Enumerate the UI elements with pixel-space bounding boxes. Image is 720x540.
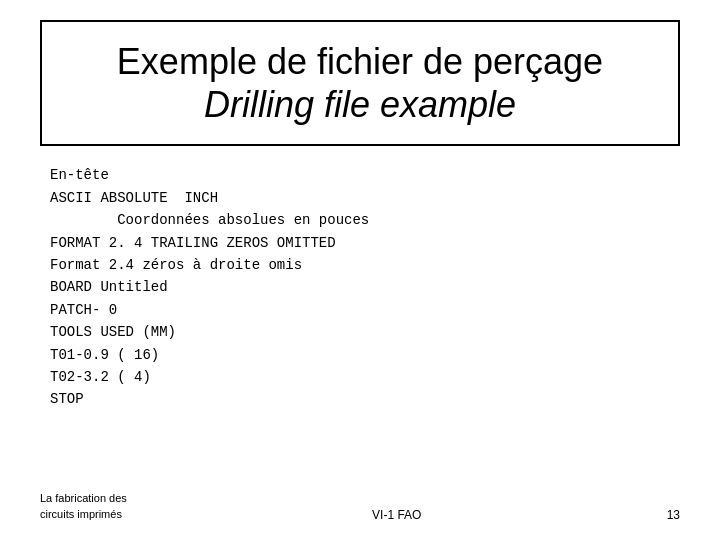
code-line: TOOLS USED (MM) xyxy=(50,321,680,343)
title-box: Exemple de fichier de perçage Drilling f… xyxy=(40,20,680,146)
footer-center: VI-1 FAO xyxy=(372,508,421,522)
footer-left-line2: circuits imprimés xyxy=(40,508,122,520)
code-line: En-tête xyxy=(50,164,680,186)
code-line: PATCH- 0 xyxy=(50,299,680,321)
code-line: Coordonnées absolues en pouces xyxy=(50,209,680,231)
code-line: BOARD Untitled xyxy=(50,276,680,298)
footer-page-number: 13 xyxy=(667,508,680,522)
footer-left: La fabrication des circuits imprimés xyxy=(40,491,127,522)
code-line: T02-3.2 ( 4) xyxy=(50,366,680,388)
code-line: T01-0.9 ( 16) xyxy=(50,344,680,366)
code-line: FORMAT 2. 4 TRAILING ZEROS OMITTED xyxy=(50,232,680,254)
footer: La fabrication des circuits imprimés VI-… xyxy=(0,491,720,522)
title-line1: Exemple de fichier de perçage xyxy=(62,40,658,83)
page-container: Exemple de fichier de perçage Drilling f… xyxy=(0,0,720,540)
title-line2: Drilling file example xyxy=(62,83,658,126)
footer-left-line1: La fabrication des xyxy=(40,492,127,504)
code-line: Format 2.4 zéros à droite omis xyxy=(50,254,680,276)
code-line: ASCII ABSOLUTE INCH xyxy=(50,187,680,209)
code-block: En-têteASCII ABSOLUTE INCH Coordonnées a… xyxy=(50,164,680,410)
code-line: STOP xyxy=(50,388,680,410)
